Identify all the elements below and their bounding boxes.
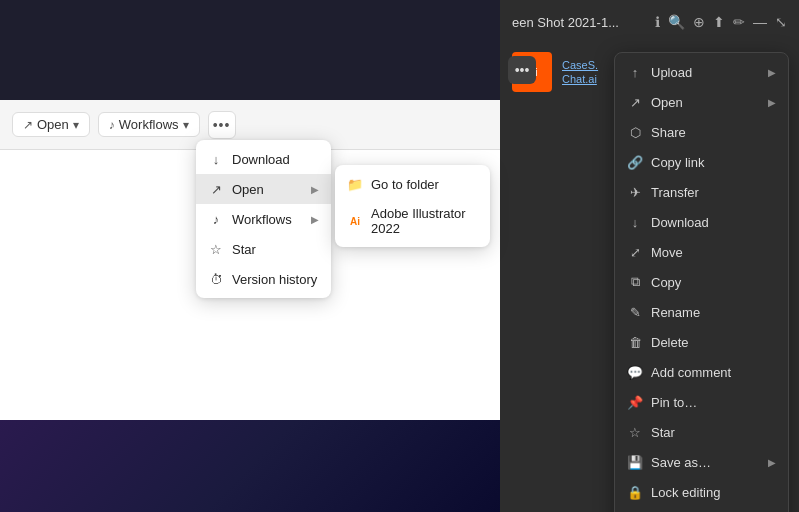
go-to-folder-label: Go to folder	[371, 177, 439, 192]
right-menu-save-as[interactable]: 💾 Save as… ▶	[615, 447, 788, 477]
rename-icon: ✎	[627, 304, 643, 320]
file-links: CaseS. Chat.ai	[562, 59, 598, 85]
adobe-ai-icon: Ai	[347, 213, 363, 229]
transfer-icon: ✈	[627, 184, 643, 200]
upload-label: Upload	[651, 65, 692, 80]
comment-icon: 💬	[627, 364, 643, 380]
more-options-button[interactable]: •••	[208, 111, 236, 139]
edit-icon[interactable]: ✏	[733, 14, 745, 30]
share-icon2: ⬡	[627, 124, 643, 140]
right-menu-add-comment[interactable]: 💬 Add comment	[615, 357, 788, 387]
file-link-2[interactable]: Chat.ai	[562, 73, 598, 85]
right-menu-copy[interactable]: ⧉ Copy	[615, 267, 788, 297]
history-icon	[208, 271, 224, 287]
dots-icon: •••	[213, 117, 231, 133]
copy-link-label: Copy link	[651, 155, 704, 170]
menu-item-workflows[interactable]: Workflows ▶	[196, 204, 331, 234]
pin-to-label: Pin to…	[651, 395, 697, 410]
save-as-arrow: ▶	[768, 457, 776, 468]
menu-item-star[interactable]: Star	[196, 234, 331, 264]
menu-item-open[interactable]: Open ▶	[196, 174, 331, 204]
right-menu-version-history[interactable]: Version history	[615, 507, 788, 512]
right-menu-open[interactable]: Open ▶	[615, 87, 788, 117]
right-menu-share[interactable]: ⬡ Share	[615, 117, 788, 147]
open-label: Open	[37, 117, 69, 132]
right-menu-transfer[interactable]: ✈ Transfer	[615, 177, 788, 207]
right-menu-upload[interactable]: Upload ▶	[615, 57, 788, 87]
info-icon[interactable]: ℹ	[655, 14, 660, 30]
workflows-icon	[208, 211, 224, 227]
delete-label: Delete	[651, 335, 689, 350]
open-arrow: ▶	[768, 97, 776, 108]
upload-arrow: ▶	[768, 67, 776, 78]
chevron-down-icon2: ▾	[183, 118, 189, 132]
workflows-icon: ♪	[109, 118, 115, 132]
right-menu-move[interactable]: ⤢ Move	[615, 237, 788, 267]
delete-icon: 🗑	[627, 334, 643, 350]
transfer-label: Transfer	[651, 185, 699, 200]
arrow-icon: ▶	[311, 184, 319, 195]
rename-label: Rename	[651, 305, 700, 320]
menu-item-adobe-illustrator[interactable]: Ai Adobe Illustrator 2022	[335, 199, 490, 243]
share-label: Share	[651, 125, 686, 140]
right-menu-star[interactable]: Star	[615, 417, 788, 447]
copy-link-icon: 🔗	[627, 154, 643, 170]
right-more-button[interactable]: •••	[508, 56, 536, 84]
right-menu-copy-link[interactable]: 🔗 Copy link	[615, 147, 788, 177]
workflows-button[interactable]: ♪ Workflows ▾	[98, 112, 200, 137]
download-label2: Download	[651, 215, 709, 230]
copy-icon: ⧉	[627, 274, 643, 290]
right-context-menu: Upload ▶ Open ▶ ⬡ Share 🔗 Copy link ✈ Tr…	[614, 52, 789, 512]
upload-icon	[627, 64, 643, 80]
left-context-menu: Download Open ▶ Workflows ▶ Star Version…	[196, 140, 331, 298]
right-topbar-title: een Shot 2021-1...	[512, 15, 647, 30]
share-icon[interactable]: ⬆	[713, 14, 725, 30]
right-menu-rename[interactable]: ✎ Rename	[615, 297, 788, 327]
open-icon	[208, 181, 224, 197]
right-menu-delete[interactable]: 🗑 Delete	[615, 327, 788, 357]
arrow-icon2: ▶	[311, 214, 319, 225]
menu-item-star-label: Star	[232, 242, 256, 257]
menu-item-download-label: Download	[232, 152, 290, 167]
menu-item-go-to-folder[interactable]: 📁 Go to folder	[335, 169, 490, 199]
open-button[interactable]: ↗ Open ▾	[12, 112, 90, 137]
workflows-label: Workflows	[119, 117, 179, 132]
minus-icon[interactable]: —	[753, 14, 767, 30]
adobe-illustrator-label: Adobe Illustrator 2022	[371, 206, 478, 236]
download-icon2	[627, 214, 643, 230]
open-submenu: 📁 Go to folder Ai Adobe Illustrator 2022	[335, 165, 490, 247]
right-menu-pin-to[interactable]: 📌 Pin to…	[615, 387, 788, 417]
lock-editing-label: Lock editing	[651, 485, 720, 500]
move-label: Move	[651, 245, 683, 260]
star-label2: Star	[651, 425, 675, 440]
save-as-label: Save as…	[651, 455, 711, 470]
menu-item-version-history[interactable]: Version history	[196, 264, 331, 294]
star-icon2	[627, 424, 643, 440]
chevron-down-icon: ▾	[73, 118, 79, 132]
open-label2: Open	[651, 95, 683, 110]
open-icon: ↗	[23, 118, 33, 132]
move-icon: ⤢	[627, 244, 643, 260]
open-icon2	[627, 94, 643, 110]
save-as-icon: 💾	[627, 454, 643, 470]
menu-item-download[interactable]: Download	[196, 144, 331, 174]
lock-icon: 🔒	[627, 484, 643, 500]
add-comment-label: Add comment	[651, 365, 731, 380]
right-topbar: een Shot 2021-1... ℹ 🔍 ⊕ ⬆ ✏ — ⤡	[500, 0, 799, 44]
right-menu-lock-editing[interactable]: 🔒 Lock editing	[615, 477, 788, 507]
search-icon[interactable]: 🔍	[668, 14, 685, 30]
file-link-1[interactable]: CaseS.	[562, 59, 598, 71]
star-icon	[208, 241, 224, 257]
right-dots-icon: •••	[515, 62, 530, 78]
folder-icon: 📁	[347, 176, 363, 192]
dark-gradient-bg	[0, 420, 500, 512]
menu-item-open-label: Open	[232, 182, 264, 197]
menu-item-version-label: Version history	[232, 272, 317, 287]
right-menu-download[interactable]: Download	[615, 207, 788, 237]
pin-icon: 📌	[627, 394, 643, 410]
search2-icon[interactable]: ⊕	[693, 14, 705, 30]
copy-label: Copy	[651, 275, 681, 290]
expand-icon[interactable]: ⤡	[775, 14, 787, 30]
download-icon	[208, 151, 224, 167]
menu-item-workflows-label: Workflows	[232, 212, 292, 227]
